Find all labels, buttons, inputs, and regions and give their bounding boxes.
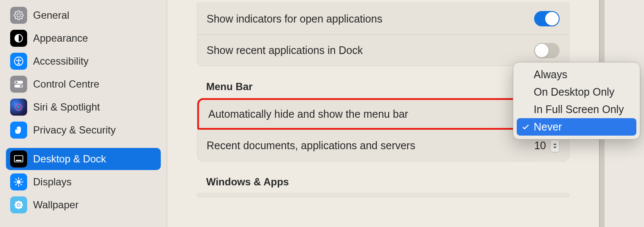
sidebar-item-siri-spotlight[interactable]: Siri & Spotlight (6, 96, 161, 118)
sidebar-item-label: Accessibility (33, 55, 89, 67)
gear-icon (10, 7, 27, 24)
svg-point-12 (17, 180, 21, 184)
toggle-show-recent[interactable] (534, 43, 560, 58)
stepper-arrows-icon[interactable] (550, 139, 560, 152)
checkmark-icon (520, 123, 531, 131)
stepper-value: 10 (534, 139, 546, 152)
svg-rect-11 (16, 160, 22, 161)
svg-point-26 (15, 201, 18, 204)
system-settings-window: General Appearance Accessibility Control… (0, 0, 599, 227)
row-label: Recent documents, applications and serve… (207, 139, 415, 152)
sun-icon (10, 173, 27, 190)
siri-icon (10, 99, 27, 116)
sidebar-item-label: Displays (33, 176, 72, 188)
toggles-icon (10, 76, 27, 93)
sidebar-item-appearance[interactable]: Appearance (6, 27, 161, 49)
popup-option-always[interactable]: Always (517, 66, 636, 83)
svg-line-18 (21, 184, 22, 185)
sidebar-item-label: Siri & Spotlight (33, 101, 100, 113)
svg-point-29 (20, 206, 22, 208)
toggle-show-indicators[interactable] (534, 11, 560, 26)
dock-icon (10, 150, 27, 167)
sidebar-item-label: Wallpaper (33, 199, 78, 211)
svg-point-9 (18, 106, 20, 108)
svg-line-19 (16, 184, 17, 185)
sidebar-item-label: Control Centre (33, 78, 99, 90)
sidebar-item-displays[interactable]: Displays (6, 171, 161, 193)
svg-point-4 (15, 81, 17, 83)
sidebar-item-label: Appearance (33, 32, 88, 44)
sidebar-item-desktop-dock[interactable]: Desktop & Dock (6, 148, 161, 170)
sidebar-item-privacy-security[interactable]: Privacy & Security (6, 119, 161, 141)
svg-point-28 (15, 206, 18, 208)
row-label: Show recent applications in Dock (207, 44, 363, 57)
svg-line-20 (21, 179, 22, 180)
hand-icon (10, 122, 27, 139)
popup-option-on-desktop-only[interactable]: On Desktop Only (517, 83, 636, 101)
popup-option-label: In Full Screen Only (534, 103, 624, 116)
appearance-icon (10, 30, 27, 47)
popup-option-never[interactable]: Never (517, 118, 636, 136)
sidebar-item-label: Privacy & Security (33, 124, 116, 136)
sidebar: General Appearance Accessibility Control… (0, 0, 167, 227)
popup-option-label: Never (534, 121, 562, 133)
svg-line-17 (16, 179, 17, 180)
sidebar-item-label: General (33, 9, 69, 21)
menubar-autohide-popup: Always On Desktop Only In Full Screen On… (513, 62, 640, 139)
sidebar-item-wallpaper[interactable]: Wallpaper (6, 194, 161, 216)
popup-option-label: On Desktop Only (534, 86, 614, 98)
sidebar-item-label: Desktop & Dock (33, 153, 106, 165)
row-show-recent: Show recent applications in Dock (197, 34, 569, 66)
flower-icon (10, 196, 27, 213)
row-label: Show indicators for open applications (207, 13, 382, 25)
row-show-indicators: Show indicators for open applications (197, 3, 569, 34)
svg-point-6 (20, 85, 22, 87)
svg-point-2 (18, 59, 20, 60)
sidebar-item-control-centre[interactable]: Control Centre (6, 73, 161, 95)
recent-documents-stepper[interactable]: 10 (534, 139, 560, 152)
svg-point-21 (18, 204, 20, 206)
popup-option-label: Always (534, 68, 567, 81)
sidebar-item-general[interactable]: General (6, 4, 161, 26)
svg-point-27 (20, 201, 22, 204)
accessibility-icon (10, 53, 27, 70)
section-title-windows-apps: Windows & Apps (206, 176, 599, 188)
row-label: Automatically hide and show the menu bar (208, 108, 408, 120)
sidebar-item-accessibility[interactable]: Accessibility (6, 50, 161, 72)
popup-option-in-full-screen-only[interactable]: In Full Screen Only (517, 101, 636, 118)
